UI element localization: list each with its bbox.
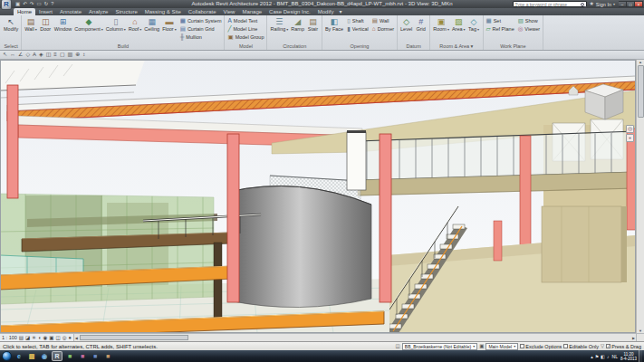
show-crop-region-icon[interactable]: ◫ [56,334,61,342]
search-input[interactable] [514,2,581,7]
area-button[interactable]: ▨Area▾ [451,16,466,32]
shadows-icon[interactable]: ◐ [38,334,41,342]
horizontal-scroll-thumb[interactable] [80,335,188,340]
help-icon[interactable]: ? [50,0,54,8]
visual-style-icon[interactable]: ◪ [25,334,30,342]
pan-icon[interactable]: ↕ [82,51,85,59]
sun-path-icon[interactable]: ☀ [32,334,36,342]
show-desktop-button[interactable] [639,350,642,362]
tray-action-center-icon[interactable]: ⚑ [595,354,599,359]
mullion-button[interactable]: ╫Mullion [179,33,223,41]
set-button[interactable]: ▦Set [485,16,515,24]
vertical-scroll-thumb[interactable] [638,65,644,118]
scroll-right-icon[interactable]: ▶ [632,336,635,340]
vertical-scrollbar[interactable]: ▲ ▼ [636,60,644,333]
design-option-select[interactable]: Main Model ▾ [485,343,518,350]
taskbar-explorer-icon[interactable]: ▤ [26,351,37,361]
horizontal-scrollbar[interactable]: ◀ ▶ [74,334,636,341]
save-icon[interactable]: ▣ [14,0,21,8]
curtain-grid-button[interactable]: ▤Curtain Grid [179,24,223,33]
tab-modify[interactable]: Modify [314,8,338,15]
wall-button[interactable]: ▤Wall [371,16,395,24]
application-menu-button[interactable]: R [1,0,12,10]
timber-post[interactable] [214,243,222,326]
floor-button[interactable]: ▬Floor▾ [161,16,178,32]
by-face-button[interactable]: ◧By Face [324,16,344,32]
section-icon[interactable]: ◫ [46,51,52,59]
favorites-star-icon[interactable]: ★ [589,0,593,8]
zoom-icon[interactable]: ⊕ [75,51,80,59]
thin-lines-icon[interactable]: ≡ [53,51,57,59]
sync-icon[interactable]: ↻ [43,0,50,8]
modify-tool-icon[interactable]: ↖ [3,51,7,59]
tab-home[interactable]: Home [14,8,35,15]
detail-level-icon[interactable]: ▤ [19,334,24,342]
close-hidden-windows-icon[interactable]: ▢ [60,51,65,59]
column-button[interactable]: ▯Column▾ [105,16,127,32]
grid-button[interactable]: #Grid [414,16,428,32]
model-text-button[interactable]: AModel Text [226,16,264,24]
scroll-left-icon[interactable]: ◀ [75,336,78,340]
press-drag-checkbox[interactable]: ✓Press & Drag [606,344,641,349]
level-button[interactable]: ◇Level [399,16,413,32]
wall-button[interactable]: ▤Wall▾ [24,16,38,32]
editable-only-checkbox[interactable]: Editable Only [563,344,599,349]
model-line-button[interactable]: ╱Model Line [226,24,264,33]
ref-plane-button[interactable]: ▱Ref Plane [485,24,515,33]
active-workset-select[interactable]: BB_Broeikaskerne (Not Editable) ▾ [402,343,477,350]
tab-view[interactable]: View [219,8,238,15]
taskbar-revit-icon[interactable]: R [52,351,62,361]
scroll-up-icon[interactable]: ▲ [639,60,642,64]
tab-structure[interactable]: Structure [111,8,140,15]
taskbar-app5-icon[interactable]: ■ [64,351,75,361]
room-button[interactable]: ▣Room▾ [432,16,450,32]
minimize-button[interactable]: – [619,1,627,7]
ceiling-button[interactable]: ▦Ceiling [143,16,160,32]
switch-windows-icon[interactable]: ▥ [68,51,73,59]
start-button[interactable] [2,351,12,361]
aligned-dimension-icon[interactable]: ∠ [18,51,23,59]
taskbar-media-player-icon[interactable]: ◉ [39,351,50,361]
component-button[interactable]: ◆Component▾ [73,16,103,32]
tab-insert[interactable]: Insert [35,8,56,15]
door-button[interactable]: ◫Door [39,16,53,32]
steering-wheel-icon[interactable]: ◎ [626,125,634,133]
taskbar-clock[interactable]: 11:20 8-4-2013 [620,352,637,361]
drawing-area[interactable]: ◎ + [0,60,636,333]
shaft-button[interactable]: ▯Shaft [346,16,370,24]
tab-manage[interactable]: Manage [238,8,265,15]
tab-collaborate[interactable]: Collaborate [185,8,220,15]
tray-show-hidden-icon[interactable]: ▴ [591,354,593,359]
sign-in-button[interactable]: Sign In [596,2,611,7]
language-indicator[interactable]: NL [611,354,619,359]
show-rendering-icon[interactable]: ◉ [43,334,48,342]
search-icon[interactable] [581,3,584,6]
viewer-button[interactable]: ◎Viewer [517,24,541,33]
window-button[interactable]: ⊞Window [53,16,73,32]
curtain-system-button[interactable]: ▦Curtain System [179,16,223,24]
tag-by-category-icon[interactable]: ◇ [25,51,30,59]
dormer-button[interactable]: ⌂Dormer [371,24,395,33]
tag-button[interactable]: ◇Tag▾ [467,16,481,32]
default-3d-view-icon[interactable]: ◈ [39,51,43,59]
tab-analyze[interactable]: Analyze [85,8,111,15]
taskbar-app7-icon[interactable]: ■ [90,351,101,361]
measure-icon[interactable]: ↔ [10,51,15,59]
design-options-icon[interactable]: ▣ [479,342,484,350]
railing-button[interactable]: ☰Railing▾ [269,16,289,32]
view-scale[interactable]: 1 : 100 [2,335,17,340]
tab-case-design-inc[interactable]: Case Design Inc. [265,8,314,15]
print-icon[interactable]: ▭ [35,0,42,8]
taskbar-internet-explorer-icon[interactable]: e [14,351,24,361]
modify-button[interactable]: ↖Modify [3,16,19,32]
reveal-hidden-elements-icon[interactable]: ● [69,334,72,342]
show-button[interactable]: ▧Show [517,16,541,24]
redo-icon[interactable]: ↷ [29,0,35,8]
temporary-hide-isolate-icon[interactable]: ◎ [62,334,67,342]
tab-annotate[interactable]: Annotate [56,8,85,15]
text-icon[interactable]: A [33,51,36,59]
maximize-button[interactable]: □ [627,1,635,7]
model-group-button[interactable]: ▣Model Group [226,33,264,41]
3d-model-canvas[interactable] [0,60,636,333]
tray-volume-icon[interactable]: ♪ [607,354,610,359]
